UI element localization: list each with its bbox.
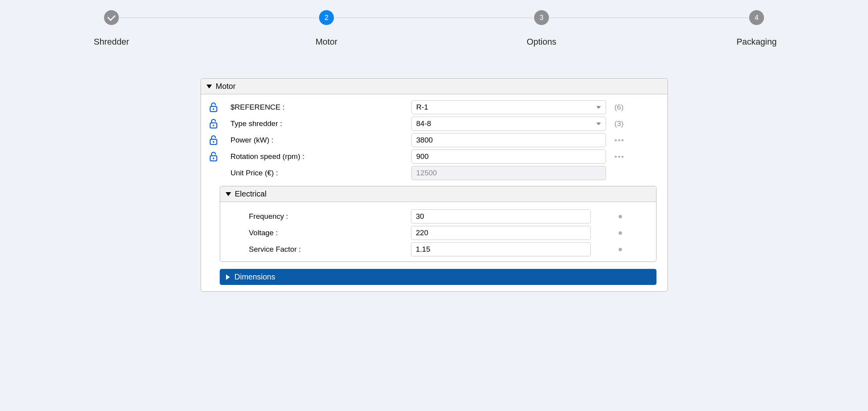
service-factor-input[interactable] — [411, 242, 591, 256]
motor-panel-header[interactable]: Motor — [201, 79, 667, 94]
motor-panel: Motor $REFERENCE : R-1 (6) — [201, 78, 668, 292]
frequency-input[interactable] — [411, 209, 591, 224]
unit-price-input-field — [416, 169, 601, 177]
field-label: $REFERENCE : — [231, 103, 411, 112]
panel-title: Dimensions — [235, 272, 275, 281]
dimensions-panel-header[interactable]: Dimensions — [220, 269, 656, 285]
unlock-icon[interactable] — [209, 102, 218, 113]
electrical-panel: Electrical Frequency : Voltage : — [220, 186, 656, 262]
select-value: 84-8 — [416, 119, 431, 128]
row-unit-price: Unit Price (€) : — [208, 165, 660, 181]
expand-icon — [226, 274, 230, 280]
step-number-icon: 4 — [749, 10, 764, 25]
step-label: Packaging — [737, 37, 777, 47]
check-icon — [104, 10, 119, 25]
voltage-input-field[interactable] — [416, 229, 586, 237]
more-icon[interactable]: ••• — [615, 152, 625, 160]
field-label: Unit Price (€) : — [231, 169, 411, 177]
rotation-speed-input[interactable] — [411, 150, 606, 164]
step-label: Shredder — [94, 37, 129, 47]
unlock-icon[interactable] — [209, 151, 218, 162]
power-input-field[interactable] — [416, 136, 601, 144]
option-count: (3) — [606, 119, 660, 128]
row-rotation-speed: Rotation speed (rpm) : ••• — [208, 148, 660, 165]
panel-title: Electrical — [235, 189, 267, 198]
row-power: Power (kW) : ••• — [208, 132, 660, 148]
field-label: Service Factor : — [224, 245, 411, 254]
unlock-icon[interactable] — [209, 118, 218, 129]
field-label: Voltage : — [224, 229, 411, 237]
field-label: Rotation speed (rpm) : — [231, 152, 411, 161]
svg-point-5 — [213, 141, 214, 143]
chevron-down-icon — [596, 123, 601, 125]
status-dot-icon — [619, 215, 622, 218]
unit-price-input — [411, 166, 606, 180]
type-shredder-select[interactable]: 84-8 — [411, 117, 606, 131]
collapse-icon — [206, 85, 212, 88]
field-label: Type shredder : — [231, 119, 411, 128]
row-service-factor: Service Factor : — [224, 241, 650, 258]
electrical-panel-header[interactable]: Electrical — [220, 186, 656, 202]
status-dot-icon — [619, 231, 622, 235]
row-frequency: Frequency : — [224, 208, 650, 225]
power-input[interactable] — [411, 133, 606, 147]
voltage-input[interactable] — [411, 226, 591, 240]
step-label: Motor — [316, 37, 337, 47]
service-factor-input-field[interactable] — [416, 245, 586, 254]
step-number-icon: 3 — [534, 10, 549, 25]
step-label: Options — [527, 37, 556, 47]
unlock-icon[interactable] — [209, 135, 218, 146]
svg-point-7 — [213, 158, 214, 159]
wizard-stepper: Shredder 2 Motor 3 Options 4 Packaging — [0, 0, 868, 55]
step-shredder[interactable]: Shredder — [4, 10, 219, 47]
more-icon[interactable]: ••• — [615, 136, 625, 144]
select-value: R-1 — [416, 103, 429, 112]
reference-select[interactable]: R-1 — [411, 100, 606, 114]
svg-point-1 — [213, 108, 214, 110]
option-count: (6) — [606, 103, 660, 112]
frequency-input-field[interactable] — [416, 212, 586, 221]
rotation-speed-input-field[interactable] — [416, 152, 601, 161]
chevron-down-icon — [596, 106, 601, 109]
step-motor[interactable]: 2 Motor — [219, 10, 434, 47]
svg-point-3 — [213, 125, 214, 126]
step-options[interactable]: 3 Options — [434, 10, 649, 47]
row-type-shredder: Type shredder : 84-8 (3) — [208, 115, 660, 132]
step-number-icon: 2 — [319, 10, 334, 25]
collapse-icon — [226, 192, 231, 196]
row-reference: $REFERENCE : R-1 (6) — [208, 99, 660, 115]
panel-title: Motor — [216, 82, 236, 91]
step-packaging[interactable]: 4 Packaging — [649, 10, 864, 47]
field-label: Power (kW) : — [231, 136, 411, 144]
status-dot-icon — [619, 248, 622, 251]
field-label: Frequency : — [224, 212, 411, 221]
row-voltage: Voltage : — [224, 225, 650, 241]
